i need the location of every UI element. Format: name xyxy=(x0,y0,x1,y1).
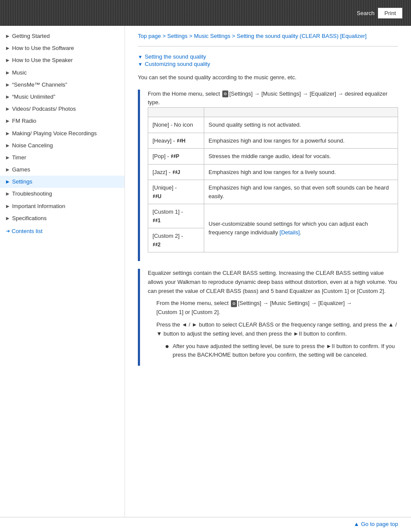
section-links: ▼ Setting the sound quality ▼ Customizin… xyxy=(138,53,398,67)
chevron-right-icon: ▶ xyxy=(6,94,9,100)
sidebar-item-speaker[interactable]: ▶ How to Use the Speaker xyxy=(0,54,125,66)
chevron-right-icon: ▶ xyxy=(6,155,9,161)
sidebar-item-label: Noise Canceling xyxy=(12,142,120,149)
chevron-right-icon: ▶ xyxy=(6,131,9,137)
blue-bar-indicator xyxy=(138,269,140,366)
breadcrumb-sep2: > xyxy=(189,33,194,39)
breadcrumb: Top page > Settings > Music Settings > S… xyxy=(138,33,398,39)
chevron-right-icon: ▶ xyxy=(6,33,9,39)
triangle-up-icon: ▲ xyxy=(354,521,359,527)
sidebar-item-label: Timer xyxy=(12,154,120,162)
table-header-desc xyxy=(204,108,398,117)
breadcrumb-current: Setting the sound quality (CLEAR BASS) [… xyxy=(237,33,367,39)
main-layout: ▶ Getting Started ▶ How to Use the Softw… xyxy=(0,26,411,517)
table-row: [None] - No icon Sound quality setting i… xyxy=(148,117,398,133)
contents-list-label: Contents list xyxy=(12,228,43,234)
eq-desc-heavy: Emphasizes high and low ranges for a pow… xyxy=(204,133,398,149)
customizing-steps: From the Home menu, select ⚙[Settings] →… xyxy=(156,299,398,360)
eq-name-custom2: [Custom 2] -♯♯2 xyxy=(148,228,204,252)
sidebar-item-music[interactable]: ▶ Music xyxy=(0,67,125,79)
chevron-right-icon: ▶ xyxy=(6,118,9,124)
chevron-right-icon: ▶ xyxy=(6,57,9,63)
section-link-label: Setting the sound quality xyxy=(145,53,206,60)
section-link-customizing[interactable]: ▼ Customizing sound quality xyxy=(138,61,398,67)
equalizer-table: [None] - No icon Sound quality setting i… xyxy=(148,107,398,252)
sidebar-item-label: Specifications xyxy=(12,215,120,222)
sidebar-item-troubleshooting[interactable]: ▶ Troubleshooting xyxy=(0,188,125,200)
sidebar-item-timer[interactable]: ▶ Timer xyxy=(0,152,125,164)
sidebar-item-noise-canceling[interactable]: ▶ Noise Canceling xyxy=(0,140,125,152)
breadcrumb-music-settings[interactable]: Music Settings xyxy=(194,33,230,39)
sidebar-item-games[interactable]: ▶ Games xyxy=(0,164,125,176)
section-link-setting[interactable]: ▼ Setting the sound quality xyxy=(138,53,398,60)
eq-name-pop: [Pop] - ♯♯P xyxy=(148,149,204,165)
content-area: Top page > Settings > Music Settings > S… xyxy=(125,26,411,517)
sidebar-item-videos[interactable]: ▶ Videos/ Podcasts/ Photos xyxy=(0,103,125,115)
sidebar-item-fm-radio[interactable]: ▶ FM Radio xyxy=(0,115,125,127)
chevron-right-icon: ▶ xyxy=(6,143,9,149)
sidebar-item-label: Important Information xyxy=(12,202,120,210)
triangle-down-icon: ▼ xyxy=(138,54,143,59)
triangle-down-icon: ▼ xyxy=(138,62,143,67)
customizing-content: Equalizer settings contain the CLEAR BAS… xyxy=(148,269,398,360)
breadcrumb-sep3: > xyxy=(232,33,237,39)
sidebar-item-software[interactable]: ▶ How to Use the Software xyxy=(0,42,125,54)
sidebar-item-label: Music xyxy=(12,69,120,77)
details-link[interactable]: [Details] xyxy=(280,229,300,236)
page-header: Search Print xyxy=(0,0,411,26)
go-to-top-link[interactable]: ▲ Go to page top xyxy=(354,521,398,527)
eq-name-jazz: [Jazz] - ♯♯J xyxy=(148,164,204,180)
settings-icon: ⚙ xyxy=(231,300,237,307)
sidebar-item-music-unlimited[interactable]: ▶ “Music Unlimited” xyxy=(0,91,125,103)
eq-name-heavy: [Heavy] - ♯♯H xyxy=(148,133,204,149)
sidebar-item-specifications[interactable]: ▶ Specifications xyxy=(0,212,125,224)
section-link-label: Customizing sound quality xyxy=(145,61,210,67)
go-top-label: Go to page top xyxy=(361,521,398,527)
eq-desc-custom: User-customizable sound settings for whi… xyxy=(204,204,398,252)
search-button[interactable]: Search xyxy=(357,10,374,16)
sidebar-item-settings[interactable]: ▶ Settings xyxy=(0,176,125,188)
table-row: [Pop] - ♯♯P Stresses the middle range au… xyxy=(148,149,398,165)
sidebar-item-important-info[interactable]: ▶ Important Information xyxy=(0,200,125,212)
table-row: [Unique] -♯♯U Emphasizes high and low ra… xyxy=(148,180,398,204)
eq-name-custom1: [Custom 1] -♯♯1 xyxy=(148,204,204,228)
sidebar-item-voice-recordings[interactable]: ▶ Making/ Playing Voice Recordings xyxy=(0,128,125,140)
setting-content: From the Home menu, select ⚙[Settings] →… xyxy=(148,90,398,261)
eq-name-none: [None] - No icon xyxy=(148,117,204,133)
table-header-name xyxy=(148,108,204,117)
setting-section: From the Home menu, select ⚙[Settings] →… xyxy=(138,90,398,261)
sidebar-item-label: FM Radio xyxy=(12,117,120,125)
breadcrumb-top[interactable]: Top page xyxy=(138,33,161,39)
eq-desc-none: Sound quality setting is not activated. xyxy=(204,117,398,133)
eq-desc-pop: Stresses the middle range audio, ideal f… xyxy=(204,149,398,165)
sidebar-item-label: Settings xyxy=(12,178,120,186)
sidebar-item-label: Making/ Playing Voice Recordings xyxy=(12,130,120,137)
setting-instruction: From the Home menu, select ⚙[Settings] →… xyxy=(148,90,398,108)
sidebar-item-getting-started[interactable]: ▶ Getting Started xyxy=(0,30,125,42)
sidebar-item-sensme[interactable]: ▶ “SensMe™ Channels” xyxy=(0,79,125,91)
contents-list-link[interactable]: ➔ Contents list xyxy=(0,224,125,238)
sidebar-item-label: How to Use the Software xyxy=(12,44,120,52)
bullet-text: After you have adjusted the setting leve… xyxy=(173,342,398,360)
sidebar-item-label: How to Use the Speaker xyxy=(12,56,120,64)
print-button[interactable]: Print xyxy=(378,8,402,19)
sidebar-item-label: “Music Unlimited” xyxy=(12,93,120,101)
chevron-right-icon: ▶ xyxy=(6,203,9,209)
footer-top: ▲ Go to page top xyxy=(0,517,411,531)
bullet-icon: ● xyxy=(165,342,169,360)
eq-desc-unique: Emphasizes high and low ranges, so that … xyxy=(204,180,398,204)
chevron-right-icon: ▶ xyxy=(6,45,9,51)
table-row: [Heavy] - ♯♯H Emphasizes high and low ra… xyxy=(148,133,398,149)
intro-text: You can set the sound quality according … xyxy=(138,73,398,82)
step-2: Press the ◄ / ► button to select CLEAR B… xyxy=(156,320,398,339)
customizing-intro: Equalizer settings contain the CLEAR BAS… xyxy=(148,269,398,296)
chevron-right-icon: ▶ xyxy=(6,215,9,221)
chevron-right-icon: ▶ xyxy=(6,179,9,185)
table-row: [Custom 1] -♯♯1 User-customizable sound … xyxy=(148,204,398,228)
section-divider xyxy=(138,46,398,47)
chevron-right-icon: ▶ xyxy=(6,82,9,88)
bullet-point-1: ● After you have adjusted the setting le… xyxy=(165,342,398,360)
chevron-right-icon: ▶ xyxy=(6,167,9,173)
breadcrumb-settings[interactable]: Settings xyxy=(167,33,187,39)
table-row: [Jazz] - ♯♯J Emphasizes high and low ran… xyxy=(148,164,398,180)
